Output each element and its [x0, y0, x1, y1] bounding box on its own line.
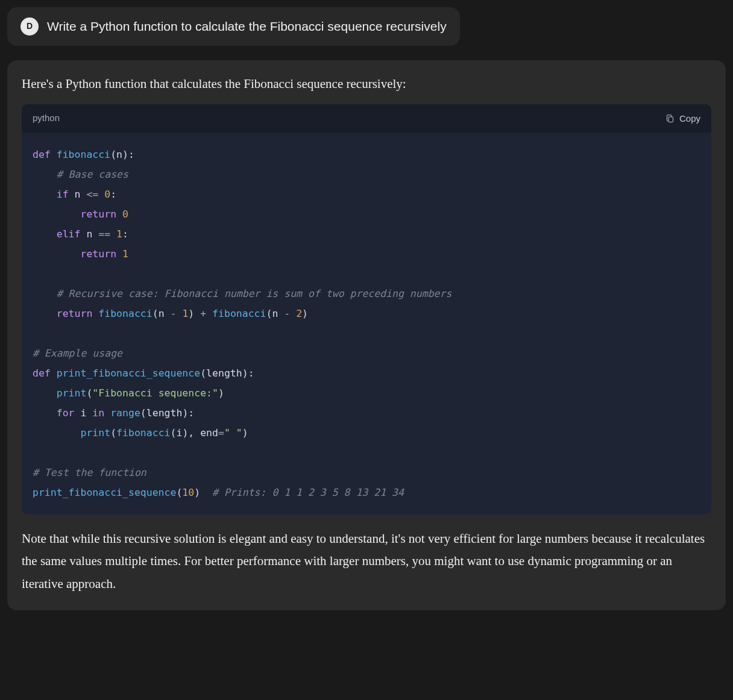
copy-button[interactable]: Copy: [665, 113, 700, 123]
code-content[interactable]: def fibonacci(n): # Base cases if n <= 0…: [22, 133, 711, 514]
assistant-intro: Here's a Python function that calculates…: [22, 75, 711, 94]
avatar-letter: D: [27, 20, 33, 33]
user-message-text: Write a Python function to calculate the…: [47, 17, 447, 36]
copy-button-label: Copy: [679, 113, 700, 123]
code-block: python Copy def fibonacci(n): # Base cas…: [22, 104, 711, 514]
assistant-message: Here's a Python function that calculates…: [7, 60, 726, 610]
code-header: python Copy: [22, 104, 711, 133]
code-language-label: python: [33, 111, 60, 125]
user-message: D Write a Python function to calculate t…: [7, 7, 460, 46]
svg-rect-0: [669, 117, 673, 122]
user-avatar: D: [20, 17, 39, 36]
assistant-note: Note that while this recursive solution …: [22, 528, 711, 596]
clipboard-icon: [665, 114, 675, 123]
